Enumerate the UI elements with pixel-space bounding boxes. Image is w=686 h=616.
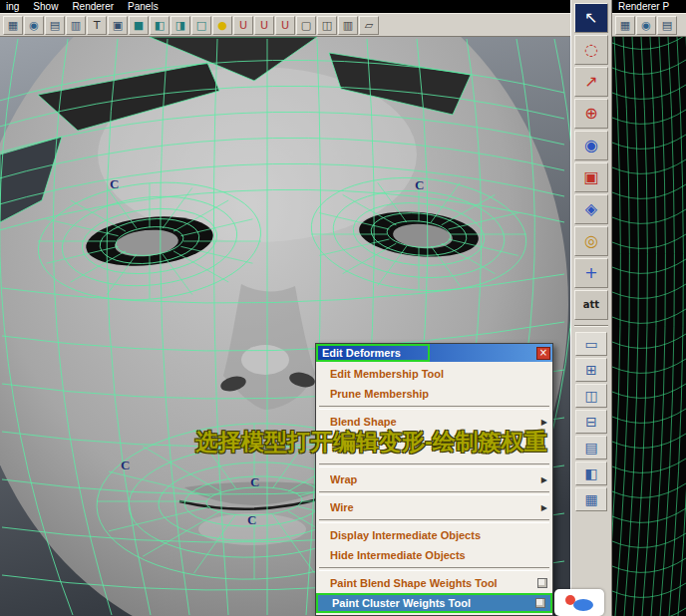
text-icon[interactable]: T <box>87 16 107 35</box>
side-panel-menubar: Renderer P <box>612 0 686 13</box>
paint-select-tool[interactable]: ↗ <box>574 67 608 97</box>
option-box-icon[interactable] <box>537 578 547 588</box>
edit-deformers-title: Edit Deformers <box>322 347 401 359</box>
three-pane-split-layout-button[interactable]: ▤ <box>575 436 607 460</box>
side-viewport[interactable] <box>612 37 686 616</box>
film-icon[interactable]: ▥ <box>338 16 358 35</box>
isolate-select-icon[interactable]: ▢ <box>296 16 316 35</box>
show-manipulator-tool[interactable]: + <box>574 258 608 288</box>
submenu-arrow-icon: ▶ <box>541 418 547 427</box>
menu-separator <box>316 517 552 525</box>
light-bulb-icon[interactable]: ● <box>212 16 232 35</box>
rotate-tool[interactable]: ◉ <box>574 131 608 160</box>
menu-item-label: Wire <box>330 501 541 513</box>
grid-layout-icon[interactable]: ▦ <box>615 16 635 35</box>
menu-separator <box>316 404 552 412</box>
snap-grid-magnet-icon[interactable]: U <box>233 16 253 35</box>
menu-item-wrap[interactable]: Wrap▶ <box>316 469 552 489</box>
scale-tool[interactable]: ▣ <box>574 162 608 192</box>
menubar-item-ing[interactable]: ing <box>6 1 19 12</box>
smooth-shade-cube-icon[interactable]: ◧ <box>150 16 170 35</box>
menu-item-hide-intermediate-objects[interactable]: Hide Intermediate Objects <box>316 545 552 565</box>
textured-cube-icon[interactable]: ◨ <box>171 16 190 35</box>
menu-item-label: Paint Cluster Weights Tool <box>332 597 531 609</box>
menu-item-label: Hide Intermediate Objects <box>330 549 547 561</box>
cluster-handle-label[interactable]: C <box>415 177 424 193</box>
menu-item-label: Display Intermediate Objects <box>330 529 547 541</box>
cluster-handle-label[interactable]: C <box>250 474 259 490</box>
soft-mod-tool[interactable]: ◎ <box>574 226 608 256</box>
menubar-item-show[interactable]: Show <box>33 1 58 12</box>
menu-item-label: Paint Blend Shape Weights Tool <box>330 577 533 589</box>
select-tool[interactable]: ↖ <box>574 3 608 33</box>
cluster-handle-label[interactable]: C <box>121 458 130 473</box>
lasso-select-tool[interactable]: ◌ <box>574 35 608 65</box>
menu-item-display-intermediate-objects[interactable]: Display Intermediate Objects <box>316 525 552 545</box>
snap-point-magnet-icon[interactable]: U <box>275 16 295 35</box>
menu-item-paint-blend-shape-weights-tool[interactable]: Paint Blend Shape Weights Tool <box>316 573 552 593</box>
menu-separator <box>316 565 552 573</box>
watermark-logo-icon <box>562 593 596 613</box>
camera-icon[interactable]: ◫ <box>317 16 337 35</box>
camera-view-icon[interactable]: ◉ <box>24 16 44 35</box>
menu-list: Edit Membership ToolPrune MembershipBlen… <box>316 362 552 613</box>
menu-item-label: Prune Membership <box>330 388 547 400</box>
menu-item-edit-membership-tool[interactable]: Edit Membership Tool <box>316 364 552 384</box>
camera-view-icon[interactable]: ◉ <box>636 16 656 35</box>
cluster-handle-label[interactable]: C <box>247 512 256 528</box>
submenu-arrow-icon: ▶ <box>541 475 547 484</box>
panel-toolbar: ▦◉▤▥T▣■◧◨□●UUU▢◫▥▱ <box>0 13 570 37</box>
wire-cube-icon[interactable]: □ <box>191 16 211 35</box>
four-pane-layout-button[interactable]: ⊞ <box>575 358 607 382</box>
maya-window: ingShowRendererPanels ▦◉▤▥T▣■◧◨□●UUU▢◫▥▱… <box>0 0 686 616</box>
panel-menubar: ingShowRendererPanels <box>0 0 570 13</box>
grid-layout-icon[interactable]: ▦ <box>3 16 23 35</box>
two-pane-side-layout-button[interactable]: ◫ <box>575 384 607 408</box>
wireframe-mode-icon[interactable]: ▤ <box>657 16 677 35</box>
pencil-icon[interactable]: ▱ <box>359 16 379 35</box>
menubar-item-renderer[interactable]: Renderer <box>72 1 114 12</box>
snap-curve-magnet-icon[interactable]: U <box>254 16 274 35</box>
outliner-persp-layout-button[interactable]: ◧ <box>575 462 607 485</box>
edit-deformers-titlebar[interactable]: Edit Deformers × <box>316 344 552 362</box>
two-pane-stacked-layout-button[interactable]: ⊟ <box>575 410 607 434</box>
menubar-item-panels[interactable]: Panels <box>128 1 159 12</box>
side-wireframe-model <box>612 37 686 616</box>
menu-item-label: Edit Membership Tool <box>330 368 547 380</box>
move-tool[interactable]: ⊕ <box>574 99 608 129</box>
side-panel-toolbar: ▦◉▤ <box>612 13 686 37</box>
cluster-handle-label[interactable]: C <box>110 176 119 192</box>
menu-item-wire[interactable]: Wire▶ <box>316 497 552 517</box>
watermark-logo <box>554 589 604 616</box>
menubar-item-renderer[interactable]: Renderer P <box>618 1 669 12</box>
annotation-text: 选择模型打开编辑变形-绘制簇权重 <box>195 427 547 458</box>
toolbox-divider <box>574 325 608 327</box>
menu-item-paint-cluster-weights-tool[interactable]: Paint Cluster Weights Tool <box>316 593 552 613</box>
last-tool-att[interactable]: att <box>574 290 608 320</box>
option-box-icon[interactable] <box>535 598 545 608</box>
toolbox: ↖◌↗⊕◉▣◈◎+att▭⊞◫⊟▤◧▦ <box>570 0 612 616</box>
edit-deformers-menu: Edit Deformers × Edit Membership ToolPru… <box>315 343 553 616</box>
menu-separator <box>316 462 552 469</box>
wireframe-mode-icon[interactable]: ▤ <box>45 16 65 35</box>
menu-item-prune-membership[interactable]: Prune Membership <box>316 384 552 404</box>
film-gate-icon[interactable]: ▣ <box>108 16 128 35</box>
single-pane-layout-button[interactable]: ▭ <box>575 332 607 356</box>
universal-manipulator-tool[interactable]: ◈ <box>574 194 608 224</box>
shaded-cube-icon[interactable]: ■ <box>129 16 149 35</box>
menu-item-label: Wrap <box>330 473 541 485</box>
submenu-arrow-icon: ▶ <box>541 503 547 512</box>
menu-separator <box>316 489 552 497</box>
hypergraph-persp-layout-button[interactable]: ▦ <box>575 487 607 511</box>
grid-display-icon[interactable]: ▥ <box>66 16 86 35</box>
close-icon[interactable]: × <box>536 347 550 360</box>
